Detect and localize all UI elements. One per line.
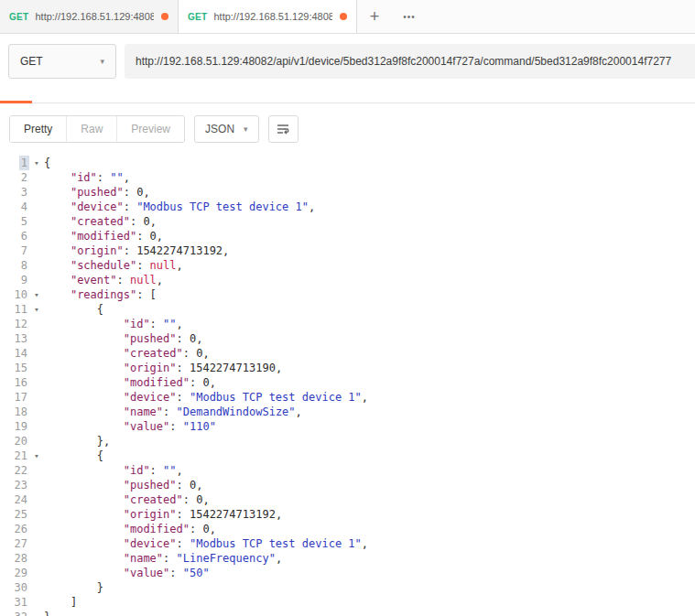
code-line: 11▾ { (0, 302, 695, 317)
code-line: 19 "value": "110" (0, 419, 695, 434)
line-number: 8 (0, 258, 29, 273)
more-tabs-button[interactable]: ••• (392, 0, 427, 33)
code-text: "device": "Modbus TCP test device 1", (44, 390, 368, 405)
gutter-spacer (29, 595, 44, 610)
code-text: { (44, 448, 103, 463)
code-line: 17 "device": "Modbus TCP test device 1", (0, 390, 695, 405)
code-line: 32} (0, 610, 695, 616)
gutter-spacer (29, 375, 44, 390)
line-number: 24 (0, 492, 29, 507)
code-line: 15 "origin": 1542274713190, (0, 361, 695, 375)
gutter-spacer (29, 200, 44, 214)
code-line: 10▾ "readings": [ (0, 287, 695, 302)
response-view-switcher: Pretty Raw Preview (9, 115, 185, 143)
line-number: 7 (0, 243, 29, 258)
code-line: 13 "pushed": 0, (0, 331, 695, 346)
code-line: 24 "created": 0, (0, 492, 695, 507)
gutter-spacer (29, 346, 44, 361)
fold-toggle-icon[interactable]: ▾ (29, 287, 44, 302)
code-text: "value": "110" (44, 419, 216, 434)
code-line: 7 "origin": 1542274713192, (0, 243, 695, 258)
format-label: JSON (205, 123, 234, 135)
code-text: "name": "DemandWindowSize", (44, 405, 302, 419)
code-line: 5 "created": 0, (0, 214, 695, 229)
code-text: } (44, 580, 103, 595)
raw-tab[interactable]: Raw (67, 116, 117, 142)
code-text: "device": "Modbus TCP test device 1", (44, 200, 315, 214)
line-number: 21 (0, 448, 29, 463)
gutter-spacer (29, 214, 44, 229)
code-line: 8 "schedule": null, (0, 258, 695, 273)
ellipsis-icon: ••• (403, 12, 416, 22)
code-text: "created": 0, (44, 214, 157, 229)
gutter-spacer (29, 536, 44, 551)
wrap-text-icon (276, 122, 290, 136)
code-text: "id": "", (44, 170, 130, 185)
code-text: "modified": 0, (44, 375, 216, 390)
line-number: 2 (0, 170, 29, 185)
code-text: "origin": 1542274713190, (44, 361, 282, 375)
code-text: "created": 0, (44, 346, 210, 361)
code-line: 1▾{ (0, 156, 695, 170)
code-line: 18 "name": "DemandWindowSize", (0, 405, 695, 419)
fold-toggle-icon[interactable]: ▾ (29, 448, 44, 463)
code-text: "origin": 1542274713192, (44, 507, 282, 522)
method-select[interactable]: GET ▾ (8, 44, 116, 79)
line-number: 13 (0, 331, 29, 346)
request-tab-2[interactable]: GET http://192.168.51.129:48082/api (179, 0, 357, 33)
code-text: "origin": 1542274713192, (44, 243, 229, 258)
line-number: 14 (0, 346, 29, 361)
code-text: "readings": [ (44, 287, 157, 302)
line-number: 3 (0, 185, 29, 200)
gutter-spacer (29, 507, 44, 522)
gutter-spacer (29, 478, 44, 492)
code-line: 20 }, (0, 434, 695, 448)
code-line: 30 } (0, 580, 695, 595)
tab-bar: GET http://192.168.51.129:48082/api GET … (0, 0, 695, 34)
code-text: ] (44, 595, 77, 610)
line-number: 11 (0, 302, 29, 317)
response-toolbar: Pretty Raw Preview JSON ▾ (0, 103, 695, 154)
tab-method-label: GET (188, 12, 207, 22)
line-number: 32 (0, 610, 29, 616)
line-number: 28 (0, 551, 29, 566)
code-line: 25 "origin": 1542274713192, (0, 507, 695, 522)
line-number: 22 (0, 463, 29, 478)
fold-toggle-icon[interactable]: ▾ (29, 302, 44, 317)
code-text: "schedule": null, (44, 258, 183, 273)
line-number: 15 (0, 361, 29, 375)
preview-tab[interactable]: Preview (117, 116, 184, 142)
code-text: { (44, 156, 50, 170)
fold-toggle-icon[interactable]: ▾ (29, 156, 44, 170)
code-text: "event": null, (44, 273, 163, 287)
response-body: 1▾{2 "id": "",3 "pushed": 0,4 "device": … (0, 154, 695, 616)
request-tab-1[interactable]: GET http://192.168.51.129:48082/api (0, 0, 179, 33)
line-number: 26 (0, 522, 29, 536)
code-line: 22 "id": "", (0, 463, 695, 478)
line-number: 31 (0, 595, 29, 610)
code-line: 12 "id": "", (0, 317, 695, 331)
line-number: 25 (0, 507, 29, 522)
code-line: 31 ] (0, 595, 695, 610)
gutter-spacer (29, 580, 44, 595)
chevron-down-icon: ▾ (244, 124, 248, 134)
code-line: 21▾ { (0, 448, 695, 463)
unsaved-dot-icon (340, 13, 347, 20)
code-line: 16 "modified": 0, (0, 375, 695, 390)
gutter-spacer (29, 522, 44, 536)
wrap-text-button[interactable] (268, 115, 299, 143)
gutter-spacer (29, 317, 44, 331)
code-line: 2 "id": "", (0, 170, 695, 185)
gutter-spacer (29, 463, 44, 478)
line-number: 19 (0, 419, 29, 434)
url-input[interactable]: http://192.168.51.129:48082/api/v1/devic… (125, 44, 695, 79)
gutter-spacer (29, 243, 44, 258)
gutter-spacer (29, 419, 44, 434)
code-text: "modified": 0, (44, 522, 216, 536)
gutter-spacer (29, 390, 44, 405)
new-tab-button[interactable]: + (357, 0, 392, 33)
pretty-tab[interactable]: Pretty (10, 116, 67, 142)
gutter-spacer (29, 551, 44, 566)
code-text: }, (44, 434, 110, 448)
format-select[interactable]: JSON ▾ (194, 115, 259, 143)
